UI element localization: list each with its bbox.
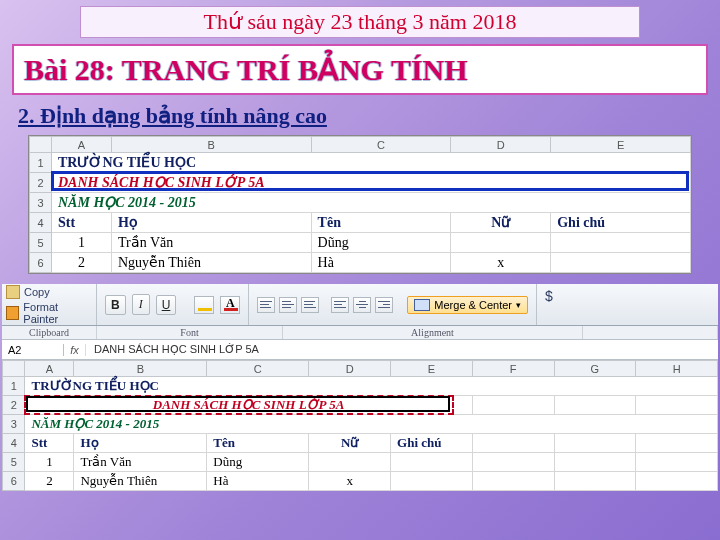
col-header[interactable] (3, 361, 25, 377)
col-header[interactable]: F (472, 361, 554, 377)
formula-value[interactable]: DANH SÁCH HỌC SINH LỚP 5A (86, 343, 267, 356)
row-header[interactable]: 1 (3, 377, 25, 396)
cell[interactable] (636, 453, 718, 472)
copy-button[interactable]: Copy (6, 285, 92, 299)
cell[interactable] (391, 453, 473, 472)
cell[interactable] (554, 472, 636, 491)
cell[interactable]: 1 (25, 453, 74, 472)
cell[interactable]: x (309, 472, 391, 491)
spreadsheet-example-1: ABCDE1TRƯỜNG TIỂU HỌC2DANH SÁCH HỌC SINH… (28, 135, 692, 274)
align-top-button[interactable] (257, 297, 275, 313)
col-header[interactable]: G (554, 361, 636, 377)
col-header[interactable]: H (636, 361, 718, 377)
fill-color-button[interactable] (194, 296, 214, 314)
cell[interactable]: Hà (207, 472, 309, 491)
cell[interactable] (472, 434, 554, 453)
fx-icon[interactable]: fx (64, 344, 86, 356)
align-middle-button[interactable] (279, 297, 297, 313)
spreadsheet-example-2: Copy Format Painter B I U A Merge & Cent… (2, 284, 718, 491)
name-box[interactable]: A2 (2, 344, 64, 356)
col-header[interactable]: E (551, 137, 691, 153)
col-header[interactable]: B (111, 137, 311, 153)
cell[interactable]: Họ (74, 434, 207, 453)
merge-center-button[interactable]: Merge & Center▾ (407, 296, 528, 314)
cell[interactable]: Nguyễn Thiên (111, 253, 311, 273)
cell[interactable]: Dũng (311, 233, 451, 253)
cell[interactable]: Dũng (207, 453, 309, 472)
align-right-button[interactable] (375, 297, 393, 313)
cell[interactable] (472, 453, 554, 472)
cell[interactable] (391, 472, 473, 491)
col-header[interactable] (30, 137, 52, 153)
underline-button[interactable]: U (156, 295, 177, 315)
lesson-title-box: Bài 28: TRANG TRÍ BẢNG TÍNH (12, 44, 708, 95)
col-header[interactable]: C (207, 361, 309, 377)
cell[interactable]: 2 (51, 253, 111, 273)
cell[interactable] (551, 233, 691, 253)
ribbon-group-labels: Clipboard Font Alignment (2, 326, 718, 340)
date-text: Thứ sáu ngày 23 tháng 3 năm 2018 (204, 9, 517, 34)
cell[interactable]: 2 (25, 472, 74, 491)
format-painter-button[interactable]: Format Painter (6, 301, 92, 325)
italic-button[interactable]: I (132, 294, 150, 315)
row-header[interactable]: 2 (30, 173, 52, 193)
brush-icon (6, 306, 19, 320)
bold-button[interactable]: B (105, 295, 126, 315)
cell[interactable]: NĂM HỌC 2014 - 2015 (51, 193, 690, 213)
align-center-button[interactable] (353, 297, 371, 313)
col-header[interactable]: E (391, 361, 473, 377)
cell[interactable]: Nguyễn Thiên (74, 472, 207, 491)
cell[interactable]: NĂM HỌC 2014 - 2015 (25, 415, 718, 434)
font-color-button[interactable]: A (220, 296, 240, 314)
cell[interactable] (472, 472, 554, 491)
col-header[interactable]: D (451, 137, 551, 153)
cell[interactable]: x (451, 253, 551, 273)
lesson-title: Bài 28: TRANG TRÍ BẢNG TÍNH (24, 53, 468, 86)
cell[interactable] (636, 472, 718, 491)
col-header[interactable]: A (51, 137, 111, 153)
row-header[interactable]: 3 (30, 193, 52, 213)
row-header[interactable]: 4 (3, 434, 25, 453)
cell[interactable] (472, 396, 554, 415)
col-header[interactable]: D (309, 361, 391, 377)
row-header[interactable]: 4 (30, 213, 52, 233)
cell[interactable]: Họ (111, 213, 311, 233)
align-left-button[interactable] (331, 297, 349, 313)
cell[interactable] (636, 396, 718, 415)
cell[interactable]: Stt (51, 213, 111, 233)
align-bottom-button[interactable] (301, 297, 319, 313)
row-header[interactable]: 2 (3, 396, 25, 415)
cell[interactable]: DANH SÁCH HỌC SINH LỚP 5A (51, 173, 690, 193)
cell[interactable] (309, 453, 391, 472)
cell[interactable]: Ghi chú (391, 434, 473, 453)
col-header[interactable]: C (311, 137, 451, 153)
cell[interactable]: Hà (311, 253, 451, 273)
row-header[interactable]: 1 (30, 153, 52, 173)
row-header[interactable]: 6 (3, 472, 25, 491)
row-header[interactable]: 3 (3, 415, 25, 434)
cell[interactable] (554, 434, 636, 453)
cell[interactable]: TRƯỜNG TIỂU HỌC (51, 153, 690, 173)
cell[interactable]: Trần Văn (74, 453, 207, 472)
cell[interactable] (554, 453, 636, 472)
col-header[interactable]: B (74, 361, 207, 377)
cell[interactable] (451, 233, 551, 253)
cell[interactable]: Trần Văn (111, 233, 311, 253)
row-header[interactable]: 5 (30, 233, 52, 253)
cell[interactable]: Stt (25, 434, 74, 453)
cell[interactable]: Nữ (451, 213, 551, 233)
row-header[interactable]: 5 (3, 453, 25, 472)
cell[interactable] (636, 434, 718, 453)
cell[interactable]: 1 (51, 233, 111, 253)
merged-cell[interactable]: DANH SÁCH HỌC SINH LỚP 5A (25, 396, 472, 415)
cell[interactable] (551, 253, 691, 273)
cell[interactable]: TRƯỜNG TIỂU HỌC (25, 377, 718, 396)
cell[interactable]: Nữ (309, 434, 391, 453)
cell[interactable]: Ghi chú (551, 213, 691, 233)
row-header[interactable]: 6 (30, 253, 52, 273)
col-header[interactable]: A (25, 361, 74, 377)
cell[interactable] (554, 396, 636, 415)
cell[interactable]: Tên (311, 213, 451, 233)
cell[interactable]: Tên (207, 434, 309, 453)
currency-button[interactable]: $ (537, 284, 561, 325)
